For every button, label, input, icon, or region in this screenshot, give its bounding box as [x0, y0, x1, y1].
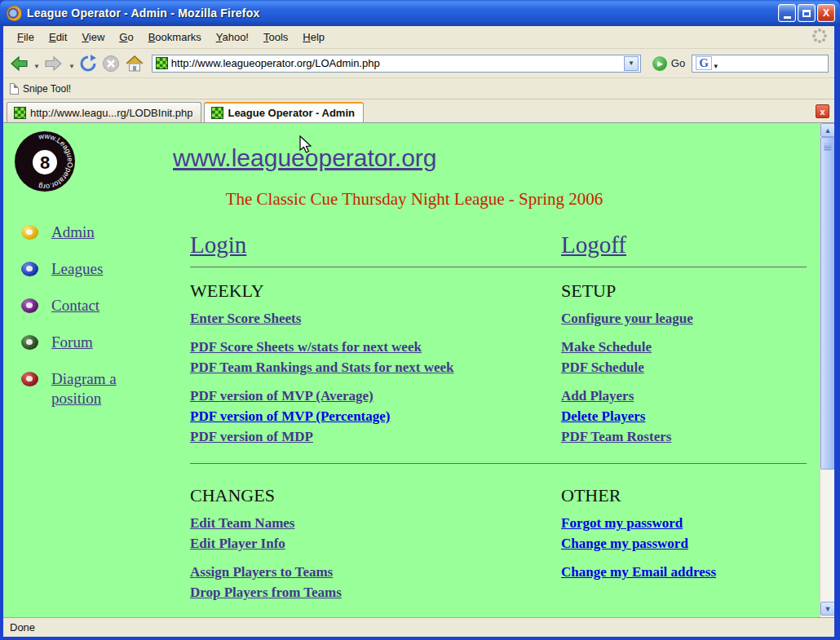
menu-edit[interactable]: Edit: [42, 28, 74, 46]
close-button[interactable]: X: [817, 4, 835, 22]
link-pdf-schedule[interactable]: PDF Schedule: [561, 360, 644, 375]
address-bar[interactable]: http://www.leagueoperator.org/LOAdmin.ph…: [152, 55, 641, 73]
other-title: OTHER: [561, 485, 815, 506]
weekly-section: WEEKLY Enter Score Sheets PDF Score Shee…: [170, 277, 561, 455]
menu-yahoo[interactable]: Yahoo!: [209, 28, 256, 46]
divider: [190, 463, 807, 464]
sidebar-link-admin[interactable]: Admin: [51, 223, 128, 242]
site-favicon: [156, 57, 168, 69]
throbber-icon: [811, 28, 828, 47]
sidebar-item-forum[interactable]: Forum: [21, 333, 166, 352]
mouse-cursor: [298, 135, 313, 155]
link-change-email[interactable]: Change my Email address: [561, 564, 716, 580]
logo-eight-number: 8: [40, 152, 50, 173]
link-configure-league[interactable]: Configure your league: [561, 311, 693, 326]
forward-button[interactable]: [43, 54, 64, 73]
green-pool-ball-icon: [21, 335, 38, 350]
sidebar-link-diagram-a-position[interactable]: Diagram a position: [51, 369, 128, 408]
sidebar-item-admin[interactable]: Admin: [21, 223, 166, 242]
page-content: www.LeagueOperator.org 8 Admin Leagues C…: [3, 123, 820, 617]
login-link[interactable]: Login: [190, 232, 246, 258]
tab-bar: http://www.leagu...rg/LODBInit.php Leagu…: [3, 99, 834, 123]
link-pdf-mvp-percentage[interactable]: PDF version of MVP (Percentage): [190, 408, 390, 424]
link-delete-players[interactable]: Delete Players: [561, 408, 645, 424]
sidebar-item-diagram-a-position[interactable]: Diagram a position: [21, 369, 166, 408]
sidebar-nav: Admin Leagues Contact Forum Diagram a po…: [11, 223, 166, 408]
link-make-schedule[interactable]: Make Schedule: [561, 339, 652, 355]
tab-favicon: [14, 107, 26, 119]
link-pdf-team-rosters[interactable]: PDF Team Rosters: [561, 429, 671, 444]
status-bar: Done: [3, 617, 834, 637]
menu-view[interactable]: View: [74, 28, 112, 46]
link-add-players[interactable]: Add Players: [561, 388, 634, 404]
changes-section: CHANGES Edit Team Names Edit Player Info…: [170, 482, 561, 611]
title-bar: League Operator - Admin - Mozilla Firefo…: [0, 0, 840, 26]
menu-go[interactable]: Go: [112, 28, 140, 46]
tab-league-operator-admin[interactable]: League Operator - Admin: [204, 102, 364, 122]
logoff-link[interactable]: Logoff: [561, 232, 626, 258]
red-pool-ball-icon: [21, 372, 38, 386]
reload-button[interactable]: [78, 54, 98, 73]
link-drop-players[interactable]: Drop Players from Teams: [190, 585, 342, 600]
menu-tools[interactable]: Tools: [256, 28, 295, 46]
go-button[interactable]: ▶ Go: [652, 56, 685, 71]
link-edit-team-names[interactable]: Edit Team Names: [190, 515, 294, 531]
browser-viewport: www.LeagueOperator.org 8 Admin Leagues C…: [3, 123, 834, 617]
link-pdf-mdp[interactable]: PDF version of MDP: [190, 429, 313, 444]
scrollbar-thumb[interactable]: [820, 137, 834, 470]
purple-pool-ball-icon: [21, 298, 38, 313]
address-dropdown-icon[interactable]: ▼: [624, 56, 639, 71]
sidebar-link-forum[interactable]: Forum: [51, 333, 128, 352]
setup-section: SETUP Configure your league Make Schedul…: [561, 277, 815, 455]
search-input[interactable]: G ▼: [692, 55, 829, 73]
maximize-button[interactable]: [798, 4, 816, 22]
link-assign-players[interactable]: Assign Players to Teams: [190, 564, 333, 580]
link-pdf-mvp-average[interactable]: PDF version of MVP (Average): [190, 388, 374, 404]
stop-button[interactable]: [101, 54, 121, 73]
link-change-password[interactable]: Change my password: [561, 536, 688, 551]
minimize-button[interactable]: [778, 4, 796, 22]
back-dropdown-icon[interactable]: ▼: [33, 63, 40, 70]
menu-help[interactable]: Help: [295, 28, 332, 46]
stop-icon: [101, 54, 121, 73]
sidebar-item-contact[interactable]: Contact: [21, 296, 166, 316]
scroll-up-icon[interactable]: ▲: [820, 123, 834, 137]
back-arrow-icon: [8, 54, 29, 73]
firefox-icon: [7, 6, 22, 21]
link-pdf-team-rankings[interactable]: PDF Team Rankings and Stats for next wee…: [190, 360, 454, 375]
home-button[interactable]: [124, 54, 145, 73]
back-button[interactable]: [8, 54, 29, 73]
divider: [190, 267, 807, 267]
tab-close-button[interactable]: x: [816, 104, 829, 118]
weekly-title: WEEKLY: [190, 280, 561, 302]
tab-lodbinit[interactable]: http://www.leagu...rg/LODBInit.php: [7, 102, 201, 122]
changes-title: CHANGES: [190, 485, 561, 506]
link-enter-score-sheets[interactable]: Enter Score Sheets: [190, 311, 301, 326]
status-text: Done: [10, 621, 35, 633]
blue-pool-ball-icon: [21, 262, 38, 276]
home-icon: [124, 54, 145, 73]
sidebar-link-leagues[interactable]: Leagues: [51, 259, 128, 279]
link-pdf-score-sheets[interactable]: PDF Score Sheets w/stats for next week: [190, 339, 422, 355]
yellow-pool-ball-icon: [21, 225, 38, 240]
google-icon[interactable]: G: [696, 56, 712, 70]
forward-dropdown-icon[interactable]: ▼: [69, 63, 75, 70]
link-edit-player-info[interactable]: Edit Player Info: [190, 536, 285, 551]
bookmark-page-icon: [10, 83, 19, 95]
link-forgot-password[interactable]: Forgot my password: [561, 515, 683, 531]
vertical-scrollbar[interactable]: ▲ ▼: [820, 123, 834, 617]
sidebar: www.LeagueOperator.org 8 Admin Leagues C…: [11, 130, 166, 426]
bookmark-snipe-tool[interactable]: Snipe Tool!: [23, 83, 71, 95]
league-subtitle: The Classic Cue Thursday Night League - …: [170, 189, 659, 210]
scroll-down-icon[interactable]: ▼: [820, 602, 834, 616]
main-content: www.leagueoperator.org The Classic Cue T…: [170, 123, 815, 611]
search-engine-dropdown-icon[interactable]: ▼: [713, 63, 719, 70]
menu-bookmarks[interactable]: Bookmarks: [141, 28, 209, 46]
address-url[interactable]: http://www.leagueoperator.org/LOAdmin.ph…: [171, 57, 624, 69]
sidebar-link-contact[interactable]: Contact: [51, 296, 128, 316]
bookmarks-toolbar: Snipe Tool!: [3, 78, 834, 99]
tab-favicon: [211, 107, 223, 119]
menu-file[interactable]: File: [10, 28, 42, 46]
navigation-toolbar: ▼ ▼ http://www.leagueoperator.org/LOAdmi…: [3, 49, 834, 78]
sidebar-item-leagues[interactable]: Leagues: [21, 259, 166, 279]
